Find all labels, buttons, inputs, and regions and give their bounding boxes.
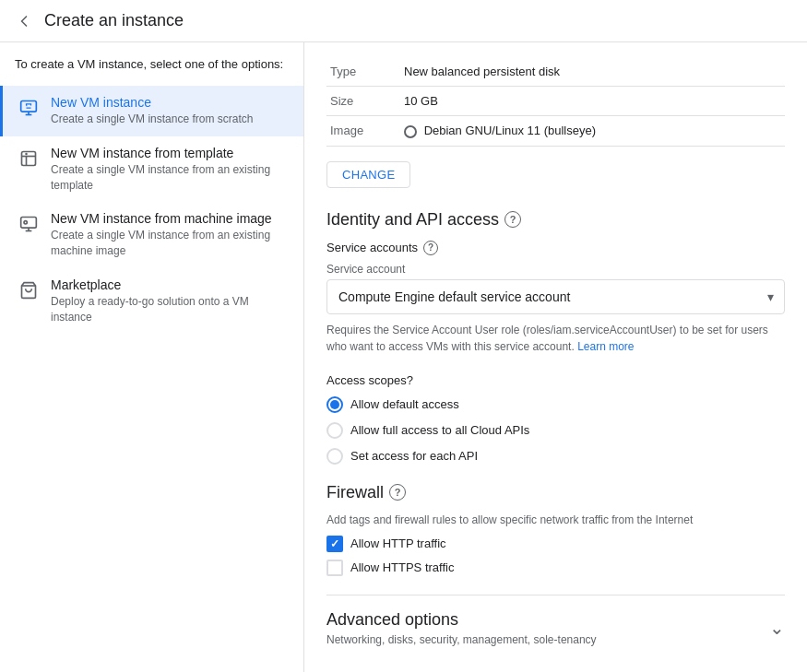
back-button[interactable]	[15, 12, 33, 30]
firewall-help-icon[interactable]: ?	[389, 484, 406, 501]
svg-point-10	[24, 221, 27, 224]
access-scopes-radio-group: Allow default access Allow full access t…	[326, 396, 785, 465]
vm-icon	[18, 97, 40, 119]
radio-set-access-label: Set access for each API	[350, 449, 478, 463]
sidebar-item-new-vm[interactable]: New VM instance Create a single VM insta…	[0, 86, 303, 136]
checkbox-http-box	[326, 536, 343, 552]
sidebar-item-marketplace-desc: Deploy a ready-to-go solution onto a VM …	[51, 294, 289, 325]
radio-allow-default-label: Allow default access	[350, 397, 459, 411]
svg-rect-7	[21, 218, 37, 229]
page-title: Create an instance	[44, 11, 184, 30]
svg-rect-3	[22, 151, 36, 165]
sidebar-item-marketplace-content: Marketplace Deploy a ready-to-go solutio…	[51, 277, 289, 325]
learn-more-link[interactable]: Learn more	[577, 340, 634, 353]
disk-type-label: Type	[326, 57, 400, 87]
access-scopes-label: Access scopes ?	[326, 373, 785, 387]
firewall-section-header: Firewall ?	[326, 483, 785, 502]
firewall-title: Firewall	[326, 483, 384, 502]
service-accounts-label: Service accounts ?	[326, 241, 785, 255]
sidebar-item-new-vm-title: New VM instance	[51, 95, 253, 110]
chevron-down-icon: ⌄	[769, 617, 785, 639]
sidebar-item-template-content: New VM instance from template Create a s…	[51, 146, 289, 194]
radio-set-access[interactable]: Set access for each API	[326, 448, 785, 465]
header: Create an instance	[0, 0, 807, 42]
disk-image-row: Image Debian GNU/Linux 11 (bullseye)	[326, 116, 785, 147]
service-account-help-text: Requires the Service Account User role (…	[326, 322, 785, 355]
sidebar-item-machine-image[interactable]: New VM instance from machine image Creat…	[0, 202, 303, 268]
disk-image-value: Debian GNU/Linux 11 (bullseye)	[400, 116, 785, 147]
template-icon	[18, 147, 40, 170]
service-account-select[interactable]: Compute Engine default service account	[326, 279, 785, 314]
advanced-header-text: Advanced options Networking, disks, secu…	[326, 610, 597, 646]
advanced-title: Advanced options	[326, 610, 597, 630]
service-accounts-help-icon[interactable]: ?	[423, 241, 438, 255]
sidebar-item-machine-image-content: New VM instance from machine image Creat…	[51, 211, 289, 259]
sidebar-item-new-vm-content: New VM instance Create a single VM insta…	[51, 95, 253, 127]
radio-allow-full-circle	[326, 422, 343, 439]
disk-image-text: Debian GNU/Linux 11 (bullseye)	[424, 124, 596, 137]
marketplace-icon	[18, 279, 40, 301]
firewall-section: Firewall ? Add tags and firewall rules t…	[326, 483, 785, 576]
sidebar-item-marketplace[interactable]: Marketplace Deploy a ready-to-go solutio…	[0, 268, 303, 335]
disk-size-value: 10 GB	[400, 87, 785, 116]
radio-set-access-circle	[326, 448, 343, 465]
sidebar-item-template-title: New VM instance from template	[51, 146, 289, 160]
sidebar-item-machine-image-desc: Create a single VM instance from an exis…	[51, 228, 289, 259]
content-inner: Type New balanced persistent disk Size 1…	[304, 42, 807, 672]
main-layout: To create a VM instance, select one of t…	[0, 42, 807, 672]
identity-section-header: Identity and API access ?	[326, 210, 785, 230]
advanced-section: Advanced options Networking, disks, secu…	[326, 595, 785, 646]
radio-allow-full-label: Allow full access to all Cloud APIs	[350, 423, 529, 437]
disk-type-value: New balanced persistent disk	[400, 57, 785, 87]
identity-title: Identity and API access	[326, 210, 499, 230]
sidebar-item-template-desc: Create a single VM instance from an exis…	[51, 162, 289, 194]
checkbox-http[interactable]: Allow HTTP traffic	[326, 536, 785, 552]
advanced-section-header[interactable]: Advanced options Networking, disks, secu…	[326, 610, 785, 646]
firewall-description: Add tags and firewall rules to allow spe…	[326, 513, 785, 526]
change-button[interactable]: CHANGE	[326, 161, 410, 188]
service-accounts-section: Service accounts ? Service account Compu…	[326, 241, 785, 355]
service-account-field-label: Service account	[326, 263, 785, 276]
access-scopes-help-icon[interactable]: ?	[407, 373, 413, 387]
checkbox-http-label: Allow HTTP traffic	[350, 536, 446, 550]
sidebar-item-machine-image-title: New VM instance from machine image	[51, 211, 289, 226]
advanced-desc: Networking, disks, security, management,…	[326, 633, 597, 646]
sidebar-item-new-vm-desc: Create a single VM instance from scratch	[51, 112, 253, 127]
checkbox-https[interactable]: Allow HTTPS traffic	[326, 560, 785, 576]
access-scopes-section: Access scopes ? Allow default access All…	[326, 373, 785, 465]
disk-info-table: Type New balanced persistent disk Size 1…	[326, 57, 785, 147]
disk-image-label: Image	[326, 116, 400, 147]
content-area: Type New balanced persistent disk Size 1…	[304, 42, 807, 672]
checkbox-https-box	[326, 560, 343, 576]
identity-help-icon[interactable]: ?	[504, 211, 521, 228]
sidebar-item-new-vm-template[interactable]: New VM instance from template Create a s…	[0, 136, 303, 203]
sidebar-intro: To create a VM instance, select one of t…	[0, 57, 303, 86]
svg-rect-0	[21, 101, 37, 112]
disk-type-row: Type New balanced persistent disk	[326, 57, 785, 87]
radio-allow-full[interactable]: Allow full access to all Cloud APIs	[326, 422, 785, 439]
checkbox-https-label: Allow HTTPS traffic	[350, 560, 454, 574]
disk-size-row: Size 10 GB	[326, 87, 785, 116]
machine-image-icon	[18, 213, 40, 235]
disk-size-label: Size	[326, 87, 400, 116]
service-account-select-wrapper: Compute Engine default service account ▾	[326, 279, 785, 314]
disk-image-icon	[404, 125, 417, 138]
sidebar-item-marketplace-title: Marketplace	[51, 277, 289, 292]
radio-allow-default[interactable]: Allow default access	[326, 396, 785, 413]
radio-allow-default-circle	[326, 396, 343, 413]
sidebar: To create a VM instance, select one of t…	[0, 42, 304, 672]
